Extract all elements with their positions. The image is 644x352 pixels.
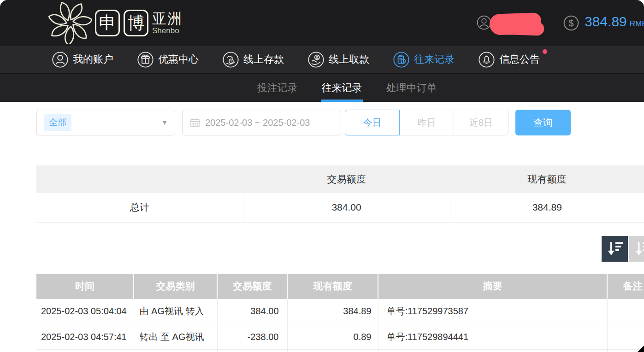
nav-item-withdraw[interactable]: $ 线上取款 (307, 51, 369, 68)
nav-item-label: 往来记录 (414, 53, 455, 66)
sort-ascending-button[interactable] (629, 236, 644, 262)
summary-col-empty (36, 165, 243, 193)
quick-range-yesterday[interactable]: 昨日 (399, 110, 454, 135)
nav-item-label: 线上存款 (243, 53, 284, 66)
bell-icon (478, 51, 495, 68)
sort-desc-icon (607, 241, 623, 257)
quick-range-today[interactable]: 今日 (345, 110, 400, 135)
logo-region-text: 亚洲 (152, 12, 183, 26)
cell-balance: 384.89 (287, 299, 378, 324)
sort-controls (0, 236, 644, 262)
summary-total-row: 总计 384.00 384.89 (36, 193, 644, 222)
nav-item-deposit[interactable]: 线上存款 (222, 51, 284, 68)
tab-betting-records[interactable]: 投注记录 (256, 74, 299, 102)
logo-subtitle: Shenbo (152, 27, 183, 35)
col-remark: 备注 (607, 274, 644, 299)
type-dropdown-selected-chip: 全部 (44, 114, 71, 131)
cell-type: 转出 至 AG视讯 (134, 324, 217, 350)
nav-item-label: 线上取款 (329, 53, 369, 66)
flower-logo-icon (48, 2, 92, 44)
top-header: 申 博 亚洲 Shenbo $ 384.89RMB (0, 0, 644, 46)
col-summary: 摘要 (378, 274, 607, 299)
col-time: 时间 (36, 274, 134, 299)
table-row-partial (36, 350, 644, 352)
gift-icon (137, 51, 154, 68)
records-icon (393, 51, 410, 68)
records-header-row: 时间 交易类别 交易额度 现有额度 摘要 备注 (36, 274, 644, 299)
nav-item-my-account[interactable]: 我的账户 (52, 51, 113, 68)
date-range-value: 2025-02-03 ~ 2025-02-03 (205, 117, 310, 128)
cell-time: 2025-02-03 05:04:04 (36, 299, 134, 324)
tab-transaction-records[interactable]: 往来记录 (321, 74, 363, 102)
deposit-icon (222, 51, 239, 68)
date-range-input[interactable]: 2025-02-03 ~ 2025-02-03 (182, 110, 341, 135)
type-dropdown[interactable]: 全部 ▼ (36, 110, 175, 135)
summary-header-row: 交易额度 现有额度 (36, 165, 644, 193)
col-current-balance: 现有额度 (287, 274, 378, 299)
cell-amount: 384.00 (217, 299, 287, 324)
query-button[interactable]: 查询 (515, 110, 571, 135)
filter-row: 全部 ▼ 2025-02-03 ~ 2025-02-03 今日 昨日 近8日 查… (36, 110, 644, 135)
records-table-wrap: 时间 交易类别 交易额度 现有额度 摘要 备注 2025-02-03 05:04… (36, 274, 644, 352)
sort-descending-button[interactable] (602, 236, 628, 262)
divider (36, 150, 644, 150)
main-nav: 我的账户 优惠中心 线上存款 (0, 46, 644, 73)
balance-currency: RMB (630, 19, 644, 28)
summary-total-label: 总计 (36, 193, 243, 222)
records-table: 时间 交易类别 交易额度 现有额度 摘要 备注 2025-02-03 05:04… (36, 274, 644, 352)
cursor-artifact (638, 346, 644, 352)
cell-amount: -238.00 (217, 324, 287, 350)
summary-table: 交易额度 现有额度 总计 384.00 384.89 (36, 165, 644, 223)
cell-balance: 0.89 (287, 324, 378, 350)
nav-item-announcements[interactable]: 信息公告 (478, 51, 540, 68)
sub-nav: 投注记录 往来记录 处理中订单 (0, 73, 644, 102)
col-transaction-amount: 交易额度 (217, 274, 287, 299)
balance-amount: 384.89 (585, 14, 627, 29)
cell-summary: 单号:117529973587 (378, 299, 607, 324)
cell-time: 2025-02-03 04:57:41 (36, 324, 134, 350)
svg-text:$: $ (316, 55, 318, 59)
summary-total-current-balance: 384.89 (450, 193, 644, 222)
redacted-username-scribble (489, 12, 542, 35)
brand-logo[interactable]: 申 博 亚洲 Shenbo (48, 2, 183, 44)
chevron-down-icon: ▼ (161, 119, 168, 126)
col-transaction-type: 交易类别 (134, 274, 217, 299)
quick-range-group: 今日 昨日 近8日 (345, 110, 508, 135)
calendar-icon (190, 117, 200, 128)
table-row: 2025-02-03 05:04:04 由 AG视讯 转入 384.00 384… (36, 299, 644, 324)
quick-range-last8days[interactable]: 近8日 (454, 110, 508, 135)
tab-pending-orders[interactable]: 处理中订单 (385, 74, 438, 102)
nav-item-promotions[interactable]: 优惠中心 (137, 51, 199, 68)
summary-total-transaction-amount: 384.00 (243, 193, 450, 222)
nav-item-label: 信息公告 (499, 53, 540, 66)
nav-item-transaction-records[interactable]: 往来记录 (393, 51, 455, 68)
table-row: 2025-02-03 04:57:41 转出 至 AG视讯 -238.00 0.… (36, 324, 644, 350)
svg-text:$: $ (569, 18, 574, 28)
summary-col-transaction-amount: 交易额度 (243, 165, 450, 193)
withdraw-icon: $ (307, 51, 325, 68)
logo-char-box: 博 (124, 10, 148, 36)
sort-asc-icon (634, 241, 644, 257)
notification-dot (543, 49, 547, 54)
cell-summary: 单号:117529894441 (378, 324, 607, 350)
user-icon (52, 51, 69, 68)
coin-icon: $ (563, 15, 579, 31)
nav-item-label: 优惠中心 (158, 53, 199, 66)
logo-char-box: 申 (95, 10, 120, 36)
summary-col-current-balance: 现有额度 (450, 165, 644, 193)
cell-type: 由 AG视讯 转入 (134, 299, 217, 324)
nav-item-label: 我的账户 (73, 53, 113, 66)
account-balance: 384.89RMB (585, 14, 644, 29)
cell-remark (607, 299, 644, 324)
